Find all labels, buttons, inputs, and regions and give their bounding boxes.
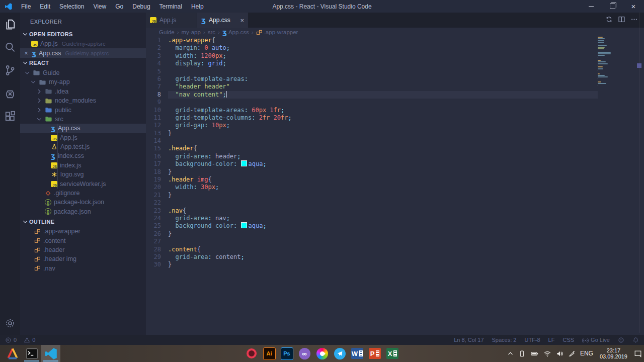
- menu-file[interactable]: File: [17, 0, 35, 13]
- overview-ruler[interactable]: [639, 13, 639, 333]
- activity-source-control[interactable]: [0, 59, 20, 82]
- code-line-14[interactable]: 14: [146, 137, 598, 145]
- action-more-actions[interactable]: [630, 16, 638, 25]
- code-line-2[interactable]: 2 margin: 0 auto;: [146, 44, 598, 52]
- tree-item-package-json[interactable]: {}package.json: [20, 207, 146, 216]
- menu-view[interactable]: View: [89, 0, 111, 13]
- open-editors-section-header[interactable]: OPEN EDITORS: [20, 29, 146, 39]
- tree-item-index-css[interactable]: ʒindex.css: [20, 151, 146, 160]
- manage-button[interactable]: [0, 312, 20, 335]
- color-swatch[interactable]: [241, 222, 247, 228]
- outline-item[interactable]: .content: [20, 236, 146, 245]
- code-line-3[interactable]: 3 width: 1200px;: [146, 52, 598, 60]
- react-section-header[interactable]: REACT: [20, 58, 146, 68]
- code-line-26[interactable]: 26}: [146, 230, 598, 238]
- tree-item-app-test-js[interactable]: App.test.js: [20, 142, 146, 151]
- notifications[interactable]: [632, 337, 639, 343]
- code-line-20[interactable]: 20 width: 30px;: [146, 184, 598, 191]
- code-line-16[interactable]: 16 grid-area: header;: [146, 153, 598, 160]
- tree-item-public[interactable]: public: [20, 105, 146, 114]
- breadcrumb-item[interactable]: .app-wrapper: [256, 29, 298, 36]
- tree-item--idea[interactable]: .idea: [20, 87, 146, 96]
- device-icon[interactable]: [518, 350, 526, 357]
- language-mode[interactable]: CSS: [562, 337, 574, 343]
- tab-app-js[interactable]: JSApp.js: [146, 13, 197, 28]
- tree-item-app-js[interactable]: JSApp.js: [20, 133, 146, 142]
- code-line-18[interactable]: 18}: [146, 168, 598, 176]
- illustrator-app-button[interactable]: Ai: [263, 347, 276, 360]
- code-line-29[interactable]: 29 grid-area: content;: [146, 253, 598, 261]
- code-line-25[interactable]: 25 background-color: aqua;: [146, 222, 598, 230]
- outline-item[interactable]: .nav: [20, 264, 146, 273]
- visual-studio-app-button[interactable]: ∞: [298, 347, 311, 360]
- menu-selection[interactable]: Selection: [55, 0, 89, 13]
- clock[interactable]: 23:17 03.09.2019: [600, 347, 627, 359]
- tree-item-index-js[interactable]: JSindex.js: [20, 161, 146, 170]
- action-split-editor[interactable]: [618, 16, 625, 25]
- tree-item-node-modules[interactable]: node_modules: [20, 96, 146, 105]
- breadcrumb-item[interactable]: src: [208, 29, 215, 35]
- windows-ink-icon[interactable]: [568, 350, 576, 357]
- code-line-9[interactable]: 9: [146, 99, 598, 106]
- code-line-6[interactable]: 6 grid-template-areas:: [146, 75, 598, 83]
- excel-app-button[interactable]: X: [386, 347, 399, 360]
- outline-item[interactable]: .header: [20, 245, 146, 254]
- menu-edit[interactable]: Edit: [35, 0, 55, 13]
- open-editor-item[interactable]: JSApp.jsGuide\my-app\src: [20, 39, 146, 48]
- photoshop-app-button[interactable]: Ps: [280, 347, 293, 360]
- errors-indicator[interactable]: 0: [5, 337, 17, 343]
- code-line-4[interactable]: 4 display: grid;: [146, 60, 598, 67]
- warnings-indicator[interactable]: 0: [24, 337, 35, 343]
- breadcrumb-item[interactable]: my-app: [182, 29, 201, 35]
- go-live[interactable]: Go Live: [582, 337, 610, 343]
- tree-item--gitignore[interactable]: .gitignore: [20, 189, 146, 198]
- wifi-icon[interactable]: [543, 350, 551, 357]
- code-line-13[interactable]: 13}: [146, 130, 598, 137]
- breadcrumb-item[interactable]: Guide: [159, 29, 175, 35]
- indentation[interactable]: Spaces: 2: [492, 337, 517, 343]
- tree-item-package-lock-json[interactable]: {}package-lock.json: [20, 198, 146, 207]
- feedback[interactable]: [618, 337, 624, 343]
- tab-app-css[interactable]: ʒApp.css×: [197, 13, 248, 28]
- eol[interactable]: LF: [548, 337, 555, 343]
- menu-go[interactable]: Go: [111, 0, 128, 13]
- code-line-23[interactable]: 23.nav{: [146, 207, 598, 215]
- tree-item-src[interactable]: src: [20, 115, 146, 124]
- code-line-22[interactable]: 22: [146, 199, 598, 207]
- code-line-7[interactable]: 7 "header header": [146, 83, 598, 90]
- code-line-30[interactable]: 30}: [146, 261, 598, 268]
- vscode-app-button[interactable]: [41, 345, 60, 362]
- telegram-app-button[interactable]: [333, 347, 346, 360]
- cursor-position[interactable]: Ln 8, Col 17: [454, 337, 484, 343]
- action-sync-changes[interactable]: [605, 16, 613, 25]
- tree-item-logo-svg[interactable]: logo.svg: [20, 170, 146, 179]
- volume-icon[interactable]: [556, 350, 564, 357]
- tab-close-icon[interactable]: ×: [240, 17, 244, 24]
- activity-extensions[interactable]: [0, 105, 20, 128]
- code-line-27[interactable]: 27: [146, 238, 598, 245]
- minimap[interactable]: [598, 37, 612, 86]
- encoding[interactable]: UTF-8: [524, 337, 540, 343]
- menu-help[interactable]: Help: [187, 0, 208, 13]
- tree-item-serviceworker-js[interactable]: JSserviceWorker.js: [20, 179, 146, 188]
- minimize-button[interactable]: [581, 0, 602, 13]
- language-indicator[interactable]: ENG: [580, 350, 593, 357]
- restore-button[interactable]: [602, 0, 623, 13]
- outline-section-header[interactable]: OUTLINE: [20, 216, 146, 227]
- breadcrumb[interactable]: Guide›my-app›src›ʒApp.css›.app-wrapper: [146, 28, 644, 37]
- code-line-10[interactable]: 10 grid-template-areas: 60px 1fr;: [146, 107, 598, 114]
- outline-item[interactable]: .header img: [20, 254, 146, 263]
- close-button[interactable]: ×: [623, 0, 644, 13]
- activity-search[interactable]: [0, 36, 20, 59]
- word-app-button[interactable]: W: [351, 347, 364, 360]
- close-editor-icon[interactable]: ×: [23, 50, 29, 57]
- outline-item[interactable]: .app-wrapper: [20, 227, 146, 236]
- code-line-15[interactable]: 15.header{: [146, 145, 598, 152]
- terminal-app-button[interactable]: [22, 345, 41, 362]
- code-line-1[interactable]: 1.app-wrapper{: [146, 37, 598, 44]
- code-line-12[interactable]: 12 grid-gap: 10px;: [146, 122, 598, 129]
- code-line-24[interactable]: 24 grid-area: nav;: [146, 215, 598, 222]
- color-swatch[interactable]: [241, 160, 247, 166]
- open-editor-item[interactable]: ×ʒApp.cssGuide\my-app\src: [20, 48, 146, 57]
- code-line-8[interactable]: 8 "nav content";: [146, 91, 598, 99]
